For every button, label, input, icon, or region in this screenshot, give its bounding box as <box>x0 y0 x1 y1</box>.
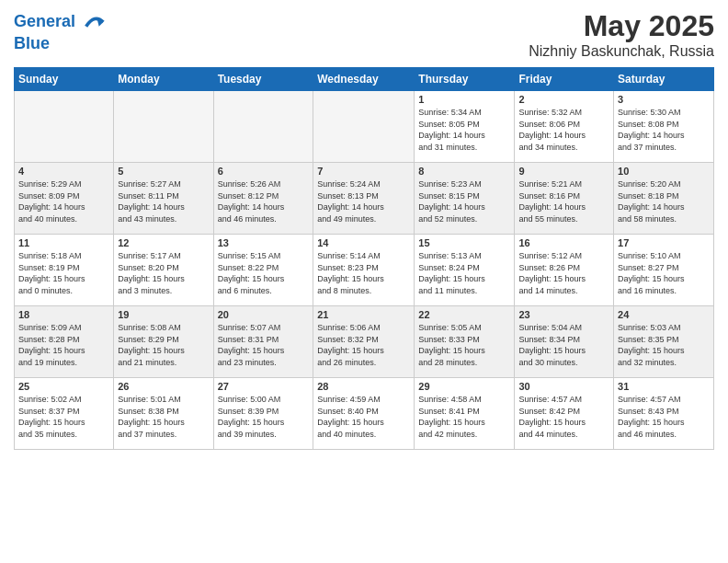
day-info: Sunrise: 5:00 AM Sunset: 8:39 PM Dayligh… <box>218 394 310 440</box>
day-number: 24 <box>618 309 710 320</box>
calendar-cell: 17Sunrise: 5:10 AM Sunset: 8:27 PM Dayli… <box>614 235 714 306</box>
th-tuesday: Tuesday <box>213 68 313 91</box>
day-number: 29 <box>418 381 510 392</box>
day-number: 13 <box>218 237 310 248</box>
day-number: 10 <box>618 166 710 177</box>
calendar-cell: 8Sunrise: 5:23 AM Sunset: 8:15 PM Daylig… <box>415 163 515 235</box>
logo: General Blue <box>14 9 108 53</box>
day-info: Sunrise: 4:58 AM Sunset: 8:41 PM Dayligh… <box>418 394 510 440</box>
calendar-cell: 27Sunrise: 5:00 AM Sunset: 8:39 PM Dayli… <box>213 378 313 450</box>
day-number: 5 <box>118 166 209 177</box>
day-info: Sunrise: 5:07 AM Sunset: 8:31 PM Dayligh… <box>218 322 310 368</box>
day-info: Sunrise: 5:02 AM Sunset: 8:37 PM Dayligh… <box>18 394 109 440</box>
day-number: 25 <box>18 381 109 392</box>
calendar-cell: 9Sunrise: 5:21 AM Sunset: 8:16 PM Daylig… <box>515 163 614 235</box>
calendar-cell: 20Sunrise: 5:07 AM Sunset: 8:31 PM Dayli… <box>213 306 313 378</box>
calendar-cell: 30Sunrise: 4:57 AM Sunset: 8:42 PM Dayli… <box>515 378 614 450</box>
day-number: 17 <box>618 237 710 248</box>
day-info: Sunrise: 5:30 AM Sunset: 8:08 PM Dayligh… <box>618 107 710 153</box>
calendar-cell: 26Sunrise: 5:01 AM Sunset: 8:38 PM Dayli… <box>114 378 213 450</box>
day-info: Sunrise: 5:08 AM Sunset: 8:29 PM Dayligh… <box>118 322 209 368</box>
calendar-week-1: 4Sunrise: 5:29 AM Sunset: 8:09 PM Daylig… <box>15 163 714 235</box>
day-info: Sunrise: 4:59 AM Sunset: 8:40 PM Dayligh… <box>317 394 410 440</box>
calendar-cell: 2Sunrise: 5:32 AM Sunset: 8:06 PM Daylig… <box>515 91 614 163</box>
calendar-week-4: 25Sunrise: 5:02 AM Sunset: 8:37 PM Dayli… <box>15 378 714 450</box>
calendar-cell: 25Sunrise: 5:02 AM Sunset: 8:37 PM Dayli… <box>15 378 114 450</box>
calendar-cell: 28Sunrise: 4:59 AM Sunset: 8:40 PM Dayli… <box>313 378 415 450</box>
calendar-cell: 14Sunrise: 5:14 AM Sunset: 8:23 PM Dayli… <box>313 235 415 306</box>
day-info: Sunrise: 5:23 AM Sunset: 8:15 PM Dayligh… <box>418 178 510 224</box>
calendar-cell <box>15 91 114 163</box>
day-number: 22 <box>418 309 510 320</box>
calendar-cell: 11Sunrise: 5:18 AM Sunset: 8:19 PM Dayli… <box>15 235 114 306</box>
day-info: Sunrise: 5:18 AM Sunset: 8:19 PM Dayligh… <box>18 250 109 296</box>
day-number: 26 <box>118 381 209 392</box>
th-friday: Friday <box>515 68 614 91</box>
calendar-cell: 4Sunrise: 5:29 AM Sunset: 8:09 PM Daylig… <box>15 163 114 235</box>
logo-icon <box>82 9 108 35</box>
day-info: Sunrise: 5:27 AM Sunset: 8:11 PM Dayligh… <box>118 178 209 224</box>
calendar-cell: 18Sunrise: 5:09 AM Sunset: 8:28 PM Dayli… <box>15 306 114 378</box>
day-info: Sunrise: 5:09 AM Sunset: 8:28 PM Dayligh… <box>18 322 109 368</box>
day-info: Sunrise: 5:20 AM Sunset: 8:18 PM Dayligh… <box>618 178 710 224</box>
day-number: 3 <box>618 94 710 105</box>
location: Nizhniy Baskunchak, Russia <box>529 43 714 60</box>
th-thursday: Thursday <box>415 68 515 91</box>
calendar-cell: 3Sunrise: 5:30 AM Sunset: 8:08 PM Daylig… <box>614 91 714 163</box>
day-info: Sunrise: 4:57 AM Sunset: 8:42 PM Dayligh… <box>518 394 609 440</box>
calendar-cell: 19Sunrise: 5:08 AM Sunset: 8:29 PM Dayli… <box>114 306 213 378</box>
calendar-cell: 29Sunrise: 4:58 AM Sunset: 8:41 PM Dayli… <box>415 378 515 450</box>
calendar-week-0: 1Sunrise: 5:34 AM Sunset: 8:05 PM Daylig… <box>15 91 714 163</box>
day-number: 18 <box>18 309 109 320</box>
day-info: Sunrise: 5:32 AM Sunset: 8:06 PM Dayligh… <box>518 107 609 153</box>
calendar-cell <box>213 91 313 163</box>
day-info: Sunrise: 5:01 AM Sunset: 8:38 PM Dayligh… <box>118 394 209 440</box>
calendar-cell: 16Sunrise: 5:12 AM Sunset: 8:26 PM Dayli… <box>515 235 614 306</box>
day-info: Sunrise: 5:14 AM Sunset: 8:23 PM Dayligh… <box>317 250 410 296</box>
day-info: Sunrise: 5:29 AM Sunset: 8:09 PM Dayligh… <box>18 178 109 224</box>
day-number: 19 <box>118 309 209 320</box>
day-info: Sunrise: 5:21 AM Sunset: 8:16 PM Dayligh… <box>518 178 609 224</box>
day-info: Sunrise: 5:13 AM Sunset: 8:24 PM Dayligh… <box>418 250 510 296</box>
day-info: Sunrise: 5:15 AM Sunset: 8:22 PM Dayligh… <box>218 250 310 296</box>
calendar-cell <box>114 91 213 163</box>
day-info: Sunrise: 5:04 AM Sunset: 8:34 PM Dayligh… <box>518 322 609 368</box>
calendar-cell: 23Sunrise: 5:04 AM Sunset: 8:34 PM Dayli… <box>515 306 614 378</box>
logo-general: General <box>14 12 75 30</box>
day-number: 15 <box>418 237 510 248</box>
day-info: Sunrise: 5:17 AM Sunset: 8:20 PM Dayligh… <box>118 250 209 296</box>
calendar-cell: 21Sunrise: 5:06 AM Sunset: 8:32 PM Dayli… <box>313 306 415 378</box>
calendar: Sunday Monday Tuesday Wednesday Thursday… <box>14 67 714 450</box>
calendar-cell: 22Sunrise: 5:05 AM Sunset: 8:33 PM Dayli… <box>415 306 515 378</box>
day-info: Sunrise: 5:12 AM Sunset: 8:26 PM Dayligh… <box>518 250 609 296</box>
calendar-cell: 12Sunrise: 5:17 AM Sunset: 8:20 PM Dayli… <box>114 235 213 306</box>
logo-blue: Blue <box>14 35 108 53</box>
day-info: Sunrise: 5:24 AM Sunset: 8:13 PM Dayligh… <box>317 178 410 224</box>
day-info: Sunrise: 5:26 AM Sunset: 8:12 PM Dayligh… <box>218 178 310 224</box>
day-number: 31 <box>618 381 710 392</box>
day-info: Sunrise: 4:57 AM Sunset: 8:43 PM Dayligh… <box>618 394 710 440</box>
day-number: 9 <box>518 166 609 177</box>
calendar-cell: 6Sunrise: 5:26 AM Sunset: 8:12 PM Daylig… <box>213 163 313 235</box>
day-number: 6 <box>218 166 310 177</box>
calendar-header-row: Sunday Monday Tuesday Wednesday Thursday… <box>15 68 714 91</box>
day-number: 27 <box>218 381 310 392</box>
header: General Blue May 2025 Nizhniy Baskunchak… <box>14 9 714 60</box>
day-info: Sunrise: 5:05 AM Sunset: 8:33 PM Dayligh… <box>418 322 510 368</box>
page: General Blue May 2025 Nizhniy Baskunchak… <box>0 0 728 563</box>
day-info: Sunrise: 5:06 AM Sunset: 8:32 PM Dayligh… <box>317 322 410 368</box>
day-number: 8 <box>418 166 510 177</box>
day-number: 12 <box>118 237 209 248</box>
calendar-cell: 31Sunrise: 4:57 AM Sunset: 8:43 PM Dayli… <box>614 378 714 450</box>
calendar-cell: 5Sunrise: 5:27 AM Sunset: 8:11 PM Daylig… <box>114 163 213 235</box>
day-number: 7 <box>317 166 410 177</box>
day-number: 21 <box>317 309 410 320</box>
th-monday: Monday <box>114 68 213 91</box>
th-wednesday: Wednesday <box>313 68 415 91</box>
day-number: 16 <box>518 237 609 248</box>
calendar-cell: 1Sunrise: 5:34 AM Sunset: 8:05 PM Daylig… <box>415 91 515 163</box>
th-sunday: Sunday <box>15 68 114 91</box>
calendar-week-3: 18Sunrise: 5:09 AM Sunset: 8:28 PM Dayli… <box>15 306 714 378</box>
day-number: 1 <box>418 94 510 105</box>
day-info: Sunrise: 5:03 AM Sunset: 8:35 PM Dayligh… <box>618 322 710 368</box>
